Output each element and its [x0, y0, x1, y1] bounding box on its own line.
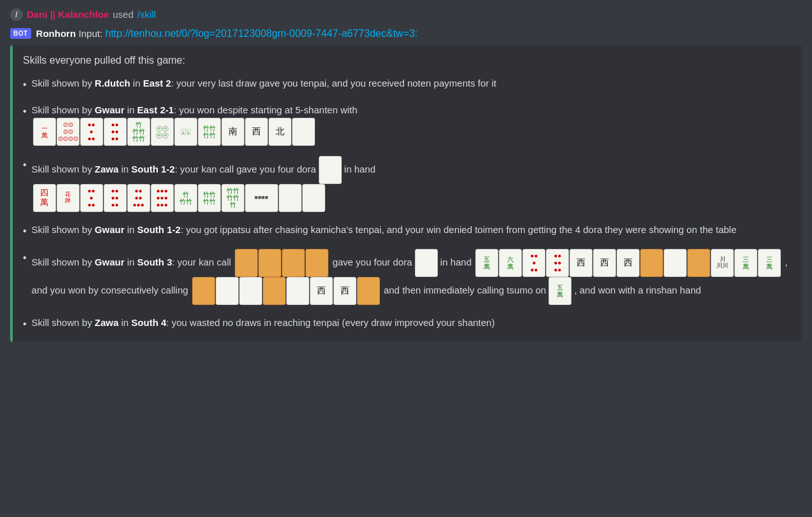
tile: ●●●●● [80, 118, 103, 146]
action-text: used [113, 8, 134, 22]
tile [279, 184, 302, 212]
skill-text-3: Skill shown by Zawa in South 1-2: your k… [32, 156, 375, 212]
list-item: • Skill shown by R.dutch in East 2: your… [23, 76, 792, 92]
tile [302, 184, 325, 212]
skill-text-2: Skill shown by Gwaur in East 2-1: you wo… [32, 103, 358, 146]
tile: ⊙⊙⊙⊙⊙⊙⊙⊙ [57, 118, 80, 146]
tile [292, 118, 315, 146]
tile: ●●●●●● [546, 249, 569, 277]
tile: 五萬 [475, 249, 498, 277]
tile: ●●●●● [80, 184, 103, 212]
tile: 三萬 [758, 249, 781, 277]
bullet-2: • [23, 104, 27, 119]
skill-text-6: Skill shown by Zawa in South 4: you wast… [32, 315, 495, 330]
bot-link[interactable]: http://tenhou.net/0/?log=2017123008gm-00… [105, 28, 417, 39]
bullet-4: • [23, 223, 27, 239]
embed-container: Skills everyone pulled off this game: • … [10, 45, 802, 342]
tile: ●●●●● [522, 249, 545, 277]
tile: 竹竹竹竹 [198, 118, 221, 146]
list-item: • Skill shown by Gwaur in South 3: your … [23, 249, 792, 305]
tile: 西 [310, 277, 333, 305]
tile: 西 [593, 249, 616, 277]
tile: 花牌 [57, 184, 80, 212]
tile: ㊉㊉㊉㊉ [151, 118, 174, 146]
tile: 六萬 [499, 249, 522, 277]
skill-text-5: Skill shown by Gwaur in South 3: your ka… [32, 249, 792, 305]
bot-badge: BOT [10, 28, 31, 39]
tile [305, 249, 328, 277]
bot-name: Ronhorn [36, 28, 76, 39]
tile-dora-s3 [415, 249, 438, 277]
skill-text-4: Skill shown by Gwaur in South 1-2: you g… [32, 222, 737, 237]
tile: 西 [617, 249, 640, 277]
bullet-5: • [23, 250, 27, 266]
tile: ●●●●●● [104, 184, 127, 212]
slash-icon: / [10, 8, 23, 21]
command-text: /skill [137, 8, 156, 22]
tile: 竹竹竹 [174, 184, 197, 212]
bullet-6: • [23, 316, 27, 332]
tile [235, 249, 258, 277]
tile: 西 [570, 249, 592, 277]
tile [640, 249, 663, 277]
tile [687, 249, 710, 277]
tile-group-east21: 一萬 ⊙⊙⊙⊙⊙⊙⊙⊙ ●●●●● [33, 118, 315, 146]
tile: 川川川 [711, 249, 734, 277]
tile [258, 249, 281, 277]
tile-group-s3-call: 西 西 [192, 277, 380, 305]
command-line: / Dani || Kalanchloe used /skill [10, 5, 802, 25]
tile [239, 277, 262, 305]
tile [192, 277, 215, 305]
bot-intro-label: Input: [79, 28, 106, 39]
tile: 北 [269, 118, 291, 146]
tile: ●●●●●●●●● [151, 184, 174, 212]
tile [263, 277, 286, 305]
tile-tsumo: 五萬 [549, 277, 571, 305]
tile-group-south12: 四萬 花牌 ●●●●● ●●●●●● [33, 184, 325, 212]
list-item: • Skill shown by Gwaur in East 2-1: you … [23, 103, 792, 146]
list-item: • Skill shown by Zawa in South 4: you wa… [23, 315, 792, 332]
tile: ●●●●●●● [127, 184, 150, 212]
embed-content: Skills everyone pulled off this game: • … [13, 45, 802, 342]
user-name: Dani || Kalanchloe [27, 8, 109, 22]
tile [286, 277, 309, 305]
tile: 三萬 [734, 249, 757, 277]
tile: 西 [333, 277, 356, 305]
list-item: • Skill shown by Gwaur in South 1-2: you… [23, 222, 792, 239]
tile-dora [319, 156, 342, 184]
tile [216, 277, 239, 305]
tile-group-s3-kan [235, 249, 328, 277]
tile: 四萬 [33, 184, 56, 212]
tile: 竹竹竹竹 [198, 184, 221, 212]
list-item: • Skill shown by Zawa in South 1-2: your… [23, 156, 792, 212]
tile-kan: ■■■■ [245, 184, 278, 212]
bot-message: Ronhorn Input: http://tenhou.net/0/?log=… [36, 26, 418, 41]
tile: 一萬 [33, 118, 56, 146]
bullet-1: • [23, 77, 27, 92]
tile: 🀇🀇 [174, 118, 197, 146]
bot-line: BOT Ronhorn Input: http://tenhou.net/0/?… [10, 25, 802, 43]
tile-group-s3-hand: 五萬 六萬 ●●●●● ●●●●●● [475, 249, 781, 277]
tile: 竹竹竹竹竹 [127, 118, 150, 146]
skills-title: Skills everyone pulled off this game: [23, 53, 792, 68]
skill-text-1: Skill shown by R.dutch in East 2: your v… [32, 76, 496, 91]
skill-list: • Skill shown by R.dutch in East 2: your… [23, 76, 792, 332]
tile: ●●●●●● [104, 118, 127, 146]
tile: 南 [221, 118, 244, 146]
tile: 西 [245, 118, 268, 146]
bullet-3: • [23, 157, 27, 173]
tile [664, 249, 687, 277]
tile [282, 249, 305, 277]
tile: 竹竹竹竹竹 [221, 184, 244, 212]
message-area: / Dani || Kalanchloe used /skill BOT Ron… [0, 0, 812, 350]
tile [357, 277, 380, 305]
